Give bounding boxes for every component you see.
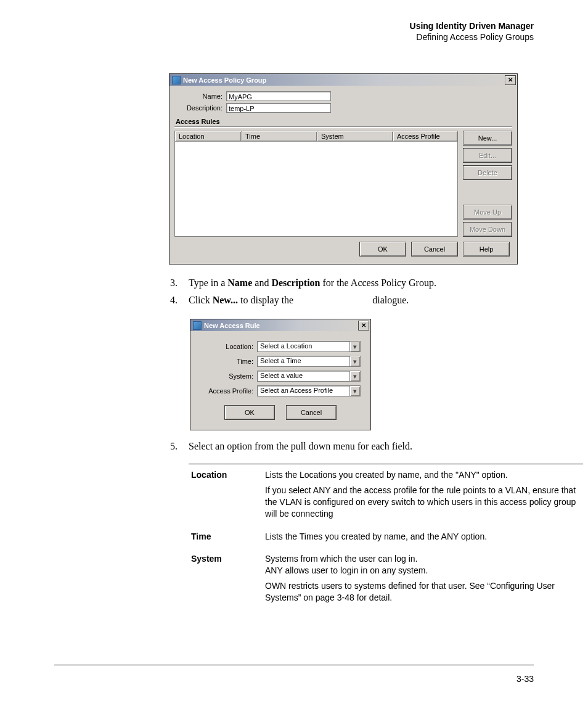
access-profile-label: Access Profile: bbox=[197, 387, 257, 395]
col-time[interactable]: Time bbox=[242, 131, 317, 141]
access-rules-list[interactable]: Location Time System Access Profile bbox=[174, 131, 458, 237]
dialog-titlebar: New Access Policy Group ✕ bbox=[169, 74, 517, 86]
move-up-button[interactable]: Move Up bbox=[463, 205, 512, 220]
def-term: Time bbox=[189, 531, 265, 546]
system-label: System: bbox=[197, 372, 257, 380]
chevron-down-icon[interactable]: ▾ bbox=[349, 356, 360, 366]
step-3: 3. Type in a Name and Description for th… bbox=[54, 276, 534, 290]
page-header-title: Using Identity Driven Manager bbox=[54, 21, 534, 32]
def-row-system: System Systems from which the user can l… bbox=[189, 548, 583, 610]
description-label: Description: bbox=[174, 104, 226, 112]
ok-button[interactable]: OK bbox=[224, 405, 275, 420]
step-number: 3. bbox=[54, 276, 189, 290]
access-rules-label: Access Rules bbox=[176, 118, 512, 125]
def-term: Location bbox=[189, 469, 265, 523]
help-button[interactable]: Help bbox=[463, 242, 510, 257]
access-profile-value: Select an Access Profile bbox=[258, 386, 349, 396]
dialog-title: New Access Policy Group bbox=[183, 76, 505, 84]
def-desc: Systems from which the user can log in. … bbox=[265, 553, 583, 607]
name-input[interactable]: MyAPG bbox=[226, 91, 331, 101]
def-desc: Lists the Locations you created by name,… bbox=[265, 469, 583, 523]
def-row-location: Location Lists the Locations you created… bbox=[189, 464, 583, 526]
page-header-subtitle: Defining Access Policy Groups bbox=[54, 32, 534, 43]
app-icon bbox=[172, 76, 181, 84]
chevron-down-icon[interactable]: ▾ bbox=[349, 371, 360, 381]
page-number: 3-33 bbox=[517, 674, 534, 684]
move-down-button[interactable]: Move Down bbox=[463, 222, 512, 237]
step-number: 4. bbox=[54, 293, 189, 308]
system-combo[interactable]: Select a value ▾ bbox=[257, 371, 361, 382]
delete-button[interactable]: Delete bbox=[463, 165, 512, 180]
def-term: System bbox=[189, 553, 265, 607]
location-value: Select a Location bbox=[258, 342, 349, 351]
dialog-title: New Access Rule bbox=[204, 322, 358, 329]
field-definitions-table: Location Lists the Locations you created… bbox=[189, 464, 583, 610]
col-system[interactable]: System bbox=[317, 131, 393, 141]
group-separator bbox=[174, 126, 512, 128]
footer-rule bbox=[54, 665, 534, 665]
def-row-time: Time Lists the Times you created by name… bbox=[189, 526, 583, 549]
close-icon[interactable]: ✕ bbox=[505, 75, 516, 85]
name-label: Name: bbox=[174, 92, 226, 100]
def-desc: Lists the Times you created by name, and… bbox=[265, 531, 583, 546]
cancel-button[interactable]: Cancel bbox=[286, 405, 337, 420]
step-4: 4. Click New... to display the dialogue. bbox=[54, 293, 534, 308]
new-access-policy-group-dialog: New Access Policy Group ✕ Name: MyAPG De… bbox=[169, 73, 518, 265]
col-access-profile[interactable]: Access Profile bbox=[393, 131, 457, 141]
app-icon bbox=[193, 321, 202, 330]
rules-header-row: Location Time System Access Profile bbox=[175, 131, 457, 142]
ok-button[interactable]: OK bbox=[359, 242, 406, 257]
step-number: 5. bbox=[54, 439, 189, 454]
time-value: Select a Time bbox=[258, 356, 349, 366]
new-access-rule-dialog: New Access Rule ✕ Location: Select a Loc… bbox=[190, 319, 371, 430]
cancel-button[interactable]: Cancel bbox=[411, 242, 458, 257]
page-header: Using Identity Driven Manager Defining A… bbox=[54, 21, 534, 43]
chevron-down-icon[interactable]: ▾ bbox=[349, 342, 360, 351]
time-combo[interactable]: Select a Time ▾ bbox=[257, 356, 361, 367]
system-value: Select a value bbox=[258, 371, 349, 381]
time-label: Time: bbox=[197, 358, 257, 365]
col-location[interactable]: Location bbox=[175, 131, 242, 141]
new-button[interactable]: New... bbox=[463, 131, 512, 146]
location-combo[interactable]: Select a Location ▾ bbox=[257, 341, 361, 352]
step-5: 5. Select an option from the pull down m… bbox=[54, 439, 534, 454]
access-profile-combo[interactable]: Select an Access Profile ▾ bbox=[257, 385, 361, 396]
dialog-titlebar: New Access Rule ✕ bbox=[190, 319, 370, 331]
chevron-down-icon[interactable]: ▾ bbox=[349, 386, 360, 396]
description-input[interactable]: temp-LP bbox=[226, 103, 331, 113]
location-label: Location: bbox=[197, 343, 257, 350]
close-icon[interactable]: ✕ bbox=[358, 321, 369, 330]
edit-button[interactable]: Edit... bbox=[463, 148, 512, 163]
